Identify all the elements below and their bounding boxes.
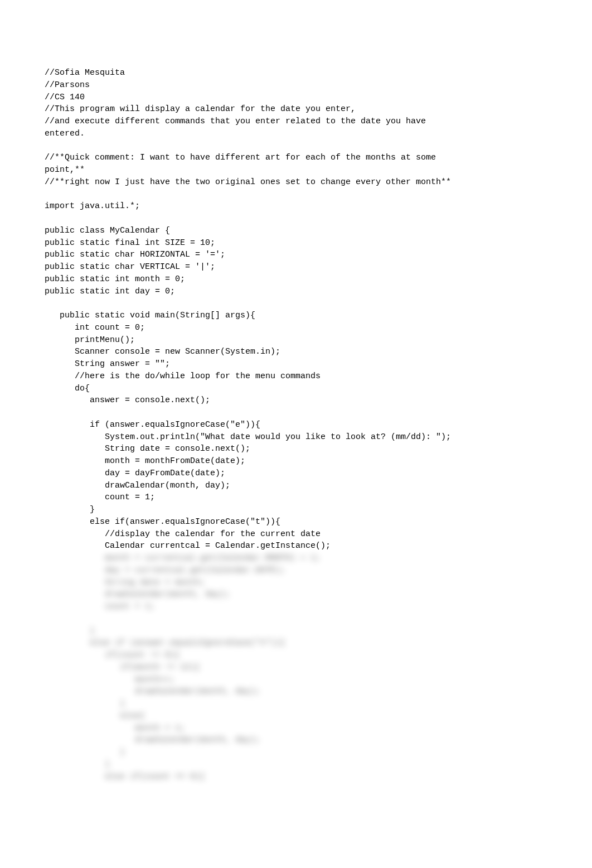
code-visible: //Sofia Mesquita //Parsons //CS 140 //Th… [45,67,547,552]
code-document: //Sofia Mesquita //Parsons //CS 140 //Th… [0,0,592,816]
code-blurred: month = currentcal.get(Calendar.MONTH) +… [45,552,547,783]
